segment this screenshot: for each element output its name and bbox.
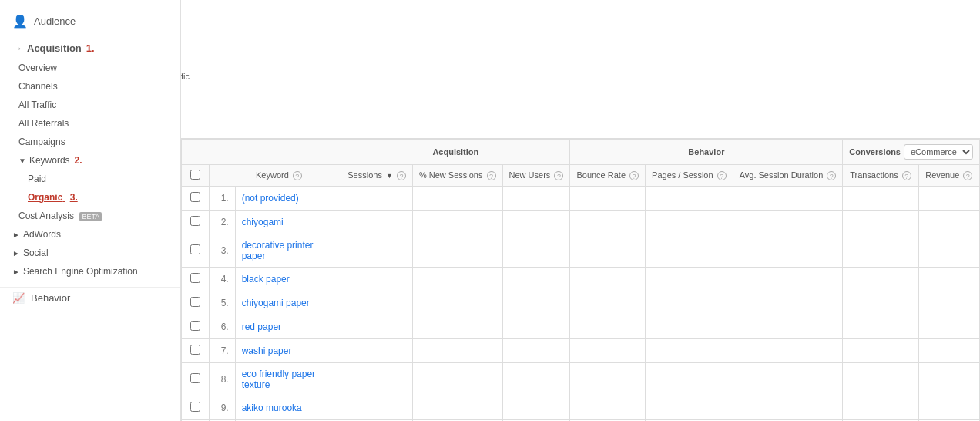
keyword-help-icon[interactable]: ? [293,171,302,180]
th-transactions: Transactions ? [843,165,918,187]
row-bounce-rate [570,234,646,268]
row-keyword[interactable]: washi paper [235,339,341,363]
row-sessions [341,187,413,210]
sidebar-item-overview[interactable]: Overview [0,59,180,77]
row-new-users [502,187,570,210]
row-checkbox[interactable] [190,244,200,254]
row-keyword[interactable]: (not provided) [235,187,341,210]
row-avg-session-duration [733,291,843,315]
th-select-all[interactable] [182,165,210,187]
row-checkbox-cell[interactable] [182,396,210,420]
row-keyword[interactable]: chiyogami [235,210,341,234]
sessions-help-icon[interactable]: ? [397,171,406,180]
sidebar-item-cost-analysis[interactable]: Cost Analysis BETA [0,207,180,225]
table-row: 9. akiko murooka [182,396,980,420]
row-transactions [843,291,918,315]
row-avg-session-duration [733,339,843,363]
table-wrapper[interactable]: Acquisition Behavior Conversions eCommer… [181,139,980,421]
sessions-sort-icon[interactable]: ▼ [386,172,393,180]
sidebar-item-social[interactable]: ► Social [0,244,180,262]
row-avg-session-duration [733,234,843,268]
row-avg-session-duration [733,363,843,396]
row-checkbox[interactable] [190,297,200,307]
row-sessions [341,315,413,339]
row-pct-new-sessions [412,268,502,291]
row-checkbox[interactable] [190,345,200,355]
ecommerce-select[interactable]: eCommerce Goals [904,144,973,160]
transactions-help-icon[interactable]: ? [902,171,911,180]
row-avg-session-duration [733,268,843,291]
acquisition-header-label: Acquisition [432,147,478,157]
sidebar-item-organic[interactable]: Organic 3. [0,188,180,207]
pct-new-sessions-help-icon[interactable]: ? [487,171,496,180]
row-pct-new-sessions [412,315,502,339]
avg-session-duration-help-icon[interactable]: ? [827,171,836,180]
audience-icon: 👤 [12,14,28,29]
row-keyword[interactable]: decorative printer paper [235,234,341,268]
pages-session-help-icon[interactable]: ? [717,171,727,180]
sidebar-item-all-traffic[interactable]: All Traffic [0,96,180,114]
behavior-label: Behavior [31,292,70,304]
table-row: 6. red paper [182,315,980,339]
row-checkbox-cell[interactable] [182,291,210,315]
table-row: 2. chiyogami [182,210,980,234]
row-keyword[interactable]: chiyogami paper [235,291,341,315]
row-checkbox-cell[interactable] [182,315,210,339]
row-checkbox-cell[interactable] [182,363,210,396]
keywords-label: Keywords [29,155,70,166]
chart-area: Traffic [181,0,980,139]
sidebar-item-acquisition[interactable]: → Acquisition 1. [0,38,180,59]
row-checkbox-cell[interactable] [182,210,210,234]
row-number: 4. [210,268,236,291]
adwords-expand-icon: ► [12,231,20,239]
row-checkbox[interactable] [190,402,200,412]
row-new-users [502,396,570,420]
row-keyword[interactable]: black paper [235,268,341,291]
row-pages-session [646,339,733,363]
adwords-label: AdWords [23,229,61,240]
table-row: 7. washi paper [182,339,980,363]
row-avg-session-duration [733,315,843,339]
row-number: 3. [210,234,236,268]
row-checkbox[interactable] [190,373,200,383]
row-revenue [918,234,979,268]
row-sessions [341,234,413,268]
row-keyword[interactable]: eco friendly paper texture [235,363,341,396]
row-checkbox[interactable] [190,321,200,331]
sidebar-item-seo[interactable]: ► Search Engine Optimization [0,262,180,281]
sidebar-item-behavior[interactable]: 📈 Behavior [0,287,180,308]
row-keyword[interactable]: akiko murooka [235,396,341,420]
select-all-checkbox[interactable] [190,170,200,180]
row-checkbox[interactable] [190,216,200,226]
sidebar-item-channels[interactable]: Channels [0,77,180,96]
row-checkbox-cell[interactable] [182,268,210,291]
th-pct-new-sessions: % New Sessions ? [412,165,502,187]
th-acquisition: Acquisition [341,140,570,165]
sidebar-item-keywords[interactable]: ▼ Keywords 2. [0,151,180,170]
row-revenue [918,187,979,210]
row-checkbox[interactable] [190,192,200,202]
sidebar-item-audience[interactable]: 👤 Audience [0,8,180,38]
sidebar-item-paid[interactable]: Paid [0,170,180,188]
row-avg-session-duration [733,210,843,234]
row-new-users [502,315,570,339]
row-checkbox-cell[interactable] [182,339,210,363]
row-checkbox[interactable] [190,273,200,283]
th-pages-session: Pages / Session ? [646,165,733,187]
seo-expand-icon: ► [12,268,20,276]
row-checkbox-cell[interactable] [182,187,210,210]
organic-step: 3. [70,192,78,203]
row-revenue [918,268,979,291]
row-keyword[interactable]: red paper [235,315,341,339]
sidebar-item-adwords[interactable]: ► AdWords [0,225,180,244]
row-bounce-rate [570,210,646,234]
bounce-rate-help-icon[interactable]: ? [629,171,639,180]
sidebar-item-all-referrals[interactable]: All Referrals [0,114,180,133]
row-checkbox-cell[interactable] [182,234,210,268]
sidebar-item-campaigns[interactable]: Campaigns [0,133,180,151]
row-new-users [502,234,570,268]
row-pages-session [646,396,733,420]
revenue-help-icon[interactable]: ? [963,171,972,180]
new-users-help-icon[interactable]: ? [554,171,563,180]
row-bounce-rate [570,396,646,420]
